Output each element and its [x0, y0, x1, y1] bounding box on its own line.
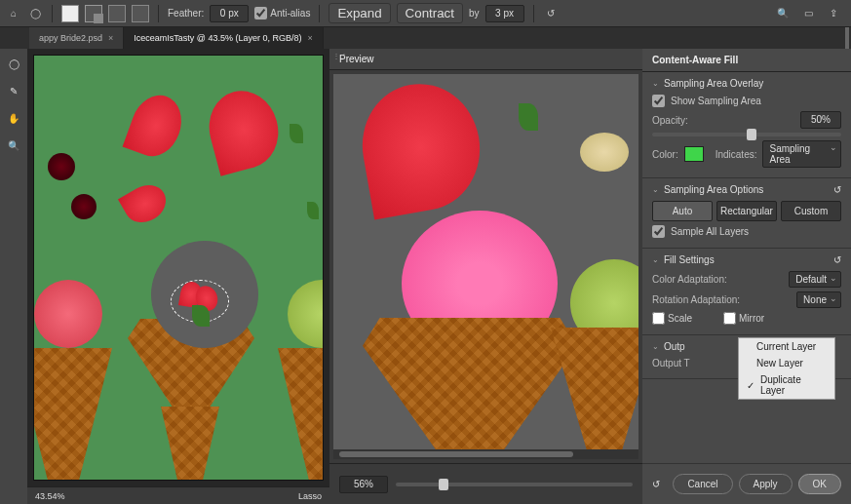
opacity-slider[interactable] — [652, 133, 841, 136]
panel-title: Content-Aware Fill — [642, 49, 851, 72]
chevron-down-icon: ⌄ — [652, 342, 659, 351]
document-canvas[interactable] — [33, 55, 324, 481]
sampling-custom-button[interactable]: Custom — [781, 201, 841, 221]
sample-all-layers-checkbox[interactable]: Sample All Layers — [652, 225, 841, 238]
zoom-tool-icon[interactable]: 🔍 — [5, 136, 22, 154]
reset-icon[interactable]: ↺ — [833, 184, 841, 195]
subtract-selection-icon[interactable] — [108, 5, 126, 22]
mirror-checkbox[interactable]: Mirror — [723, 312, 764, 325]
doc-tool-label: Lasso — [298, 491, 322, 501]
opacity-input[interactable]: 50% — [800, 111, 841, 129]
output-to-label: Output T — [652, 358, 690, 368]
feather-label: Feather: — [168, 8, 204, 19]
sampling-auto-button[interactable]: Auto — [652, 201, 713, 221]
preview-zoom-input[interactable]: 56% — [339, 476, 388, 493]
expand-button[interactable]: Expand — [329, 3, 390, 23]
dropdown-option[interactable]: Duplicate Layer — [739, 371, 834, 399]
dropdown-option[interactable]: Current Layer — [739, 338, 834, 355]
cancel-button[interactable]: Cancel — [673, 474, 732, 494]
section-sampling-options[interactable]: ⌄ Sampling Area Options — [652, 184, 841, 195]
scale-checkbox[interactable]: Scale — [652, 312, 692, 325]
intersect-selection-icon[interactable] — [132, 5, 149, 22]
new-selection-icon[interactable] — [61, 5, 79, 22]
opacity-label: Opacity: — [652, 115, 688, 126]
indicates-select[interactable]: Sampling Area — [762, 140, 841, 168]
tab-document-2[interactable]: IceceamIsTasty @ 43.5% (Layer 0, RGB/8) … — [124, 27, 323, 49]
lasso-tool-icon[interactable]: ◯ — [5, 55, 22, 72]
sampling-rect-button[interactable]: Rectangular — [716, 201, 777, 221]
antialias-label: Anti-alias — [270, 8, 310, 19]
indicates-label: Indicates: — [716, 149, 757, 160]
add-selection-icon[interactable] — [85, 5, 102, 22]
brush-tool-icon[interactable]: ✎ — [5, 82, 22, 99]
reset-icon[interactable]: ↺ — [652, 479, 660, 489]
chevron-down-icon: ⌄ — [652, 79, 659, 88]
reset-icon[interactable]: ↺ — [833, 254, 841, 265]
antialias-check[interactable] — [254, 7, 267, 19]
color-adapt-select[interactable]: Default — [789, 271, 841, 288]
color-label: Color: — [652, 149, 678, 160]
by-label: by — [469, 8, 480, 19]
preview-scrollbar[interactable] — [333, 449, 638, 459]
rotation-adapt-select[interactable]: None — [796, 291, 841, 308]
section-sampling-overlay[interactable]: ⌄ Sampling Area Overlay — [652, 78, 841, 89]
chevron-down-icon: ⌄ — [652, 185, 659, 194]
reset-icon[interactable]: ↺ — [543, 6, 559, 21]
screen-mode-icon[interactable]: ▭ — [800, 6, 816, 21]
share-icon[interactable]: ⇪ — [826, 6, 841, 21]
rotation-adapt-label: Rotation Adaptation: — [652, 294, 740, 305]
search-icon[interactable]: 🔍 — [775, 6, 791, 21]
preview-canvas[interactable] — [333, 74, 638, 459]
tab-document-1[interactable]: appy Bride2.psd × — [29, 27, 124, 49]
dropdown-option[interactable]: New Layer — [739, 355, 834, 371]
hand-tool-icon[interactable]: ✋ — [5, 109, 22, 127]
overlay-color-swatch[interactable] — [684, 146, 704, 162]
tab-label: appy Bride2.psd — [39, 33, 102, 43]
preview-zoom-slider[interactable] — [396, 483, 633, 486]
chevron-down-icon: ⌄ — [652, 255, 659, 264]
doc-zoom-label[interactable]: 43.54% — [35, 491, 65, 501]
home-icon[interactable]: ⌂ — [6, 6, 21, 21]
color-adapt-label: Color Adaptation: — [652, 274, 727, 285]
feather-input[interactable]: 0 px — [210, 5, 249, 22]
show-sampling-checkbox[interactable]: Show Sampling Area — [652, 95, 841, 107]
output-to-dropdown[interactable]: Current Layer New Layer Duplicate Layer — [738, 337, 835, 400]
drag-handle-icon[interactable] — [845, 27, 849, 49]
close-icon[interactable]: × — [108, 33, 113, 43]
contract-button[interactable]: Contract — [397, 3, 463, 23]
ok-button[interactable]: OK — [798, 474, 841, 494]
lasso-icon: ◯ — [27, 6, 43, 21]
drag-handle-icon[interactable]: ⋮⋮ — [332, 55, 348, 58]
section-fill-settings[interactable]: ⌄ Fill Settings — [652, 254, 841, 265]
by-input[interactable]: 3 px — [485, 5, 524, 22]
tab-label: IceceamIsTasty @ 43.5% (Layer 0, RGB/8) — [134, 33, 301, 43]
apply-button[interactable]: Apply — [739, 474, 793, 494]
close-icon[interactable]: × — [308, 33, 313, 43]
antialias-checkbox[interactable]: Anti-alias — [254, 7, 310, 19]
